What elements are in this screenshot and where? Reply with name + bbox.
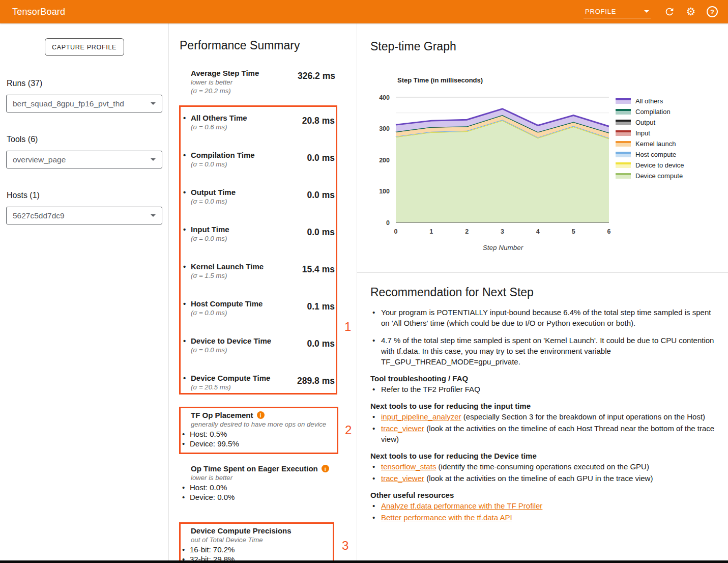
tools-label: Tools (6) (7, 135, 162, 144)
capture-profile-button[interactable]: CAPTURE PROFILE (45, 38, 124, 56)
trace-viewer-link[interactable]: trace_viewer (381, 424, 424, 433)
recommendation-subsection: Next tools to use for reducing the Devic… (370, 452, 723, 484)
svg-text:0: 0 (394, 228, 398, 235)
annotation-box-3: Device Compute Precisions out of Total D… (179, 522, 334, 563)
input-pipeline-analyzer-link[interactable]: input_pipeline_analyzer (381, 412, 461, 421)
legend-label: All others (635, 97, 663, 105)
metric-sigma: (σ = 0.0 ms) (191, 346, 271, 354)
runs-select[interactable]: bert_squad_8gpu_fp16_pvt_thd (6, 95, 162, 112)
subsection-heading: Tool troubleshooting / FAQ (370, 374, 723, 383)
help-icon[interactable]: ? (706, 5, 719, 18)
legend-swatch (616, 173, 631, 179)
annotation-label-2: 2 (345, 424, 352, 436)
recommendation-title: Recommendation for Next Step (370, 286, 723, 299)
tf-op-placement-note: generally desired to have more ops on de… (191, 420, 337, 429)
metric-label: Device Compute Time (191, 374, 270, 383)
chevron-down-icon (644, 10, 649, 13)
list-item: 16-bit: 70.2% (181, 545, 333, 554)
hosts-select[interactable]: 5627c5dd7dc9 (6, 207, 162, 224)
svg-text:6: 6 (607, 228, 611, 235)
metric-label: Device to Device Time (191, 336, 271, 346)
metric-row: • Device Compute Time (σ = 20.5 ms) 289.… (183, 374, 335, 391)
metric-row: • Output Time (σ = 0.0 ms) 0.0 ms (183, 188, 335, 225)
tools-select[interactable]: overview_page (6, 151, 162, 168)
bottom-edge-bar (0, 560, 728, 563)
metric-sigma: (σ = 0.0 ms) (191, 160, 255, 168)
metric-sigma: (σ = 0.0 ms) (191, 197, 236, 206)
refresh-icon[interactable] (663, 5, 676, 18)
annotation-box-1: • All Others Time (σ = 0.6 ms) 20.8 ms •… (179, 105, 337, 395)
hosts-select-value: 5627c5dd7dc9 (13, 211, 65, 220)
tfdata-profiler-link[interactable]: Analyze tf.data performance with the TF … (381, 501, 542, 510)
list-item: Device: 0.0% (181, 492, 343, 502)
legend-label: Compilation (635, 108, 671, 116)
legend-item: Device to device (616, 160, 684, 171)
legend-swatch (616, 120, 631, 125)
annotation-label-1: 1 (344, 321, 351, 333)
list-item: Host: 0.0% (181, 483, 343, 492)
legend-swatch (616, 141, 631, 147)
legend-item: Input (616, 128, 684, 138)
app-title: TensorBoard (12, 7, 65, 17)
recommendation-subsection: Next tools to use for reducing the input… (370, 402, 723, 444)
metric-sigma: (σ = 20.5 ms) (191, 383, 270, 391)
chart-legend: All othersCompilationOutputInputKernel l… (616, 96, 684, 181)
info-icon[interactable]: i (257, 411, 265, 419)
metric-label: Output Time (191, 188, 236, 197)
runs-group: Runs (37) bert_squad_8gpu_fp16_pvt_thd (6, 79, 162, 112)
metric-note: lower is better (191, 78, 259, 87)
svg-text:3: 3 (501, 228, 504, 235)
metric-value: 0.0 ms (307, 339, 335, 374)
svg-text:2: 2 (465, 228, 469, 235)
tensorflow-stats-link[interactable]: tensorflow_stats (381, 462, 436, 471)
metric-sigma: (σ = 1.5 ms) (191, 271, 264, 280)
metric-value: 326.2 ms (298, 71, 335, 95)
legend-item: Kernel launch (616, 138, 684, 149)
metric-value: 0.0 ms (307, 153, 335, 188)
info-icon[interactable]: i (322, 465, 329, 472)
chart-x-axis-label: Step Number (448, 244, 558, 251)
list-item: Device: 99.5% (181, 439, 337, 448)
bullet: • (183, 299, 191, 336)
legend-swatch (616, 98, 631, 104)
chevron-down-icon (151, 158, 156, 161)
recommendation-bullet: Your program is POTENTIALLY input-bound … (370, 307, 721, 328)
bullet: • (183, 262, 191, 299)
metric-label: All Others Time (191, 114, 247, 123)
legend-label: Device to device (635, 161, 684, 169)
tools-select-value: overview_page (13, 155, 66, 164)
legend-swatch (616, 109, 631, 115)
legend-item: All others (616, 96, 684, 106)
trace-viewer-link[interactable]: trace_viewer (381, 474, 424, 483)
hosts-label: Hosts (1) (7, 191, 162, 200)
metric-label: Kernel Launch Time (191, 262, 264, 271)
list-item: trace_viewer (look at the activities on … (370, 423, 721, 444)
metric-value: 0.0 ms (307, 190, 335, 225)
tools-group: Tools (6) overview_page (6, 135, 162, 168)
list-item: Host: 0.5% (181, 429, 337, 439)
dashboard-selector[interactable]: PROFILE (584, 5, 651, 18)
subsection-heading: Next tools to use for reducing the Devic… (370, 452, 723, 460)
metric-value: 20.8 ms (302, 116, 335, 151)
metric-label: Average Step Time (191, 69, 259, 78)
dashboard-selector-value: PROFILE (585, 8, 616, 15)
metric-value: 0.1 ms (307, 301, 335, 336)
svg-text:400: 400 (379, 94, 390, 101)
subsection-heading: Other useful resources (370, 491, 723, 499)
legend-label: Output (635, 119, 655, 126)
svg-text:100: 100 (379, 188, 390, 195)
eager-title: Op Time Spent on Eager Execution i (191, 464, 343, 473)
metric-sigma: (σ = 20.2 ms) (191, 87, 259, 95)
gear-icon[interactable]: ⚙ (684, 5, 697, 18)
hosts-group: Hosts (1) 5627c5dd7dc9 (6, 191, 162, 224)
metric-row: • Kernel Launch Time (σ = 1.5 ms) 15.4 m… (183, 262, 335, 299)
recommendation-bullet: 4.7 % of the total step time sampled is … (370, 335, 721, 367)
tfdata-api-link[interactable]: Better performance with the tf.data API (381, 513, 512, 522)
metric-label: Host Compute Time (191, 299, 263, 308)
sidebar: CAPTURE PROFILE Runs (37) bert_squad_8gp… (0, 23, 168, 560)
recommendation-subsection: Other useful resources Analyze tf.data p… (370, 491, 723, 523)
svg-text:200: 200 (379, 157, 390, 164)
list-item: input_pipeline_analyzer (especially Sect… (370, 411, 721, 422)
metric-row: • Input Time (σ = 0.0 ms) 0.0 ms (183, 225, 335, 262)
legend-label: Host compute (635, 151, 676, 158)
